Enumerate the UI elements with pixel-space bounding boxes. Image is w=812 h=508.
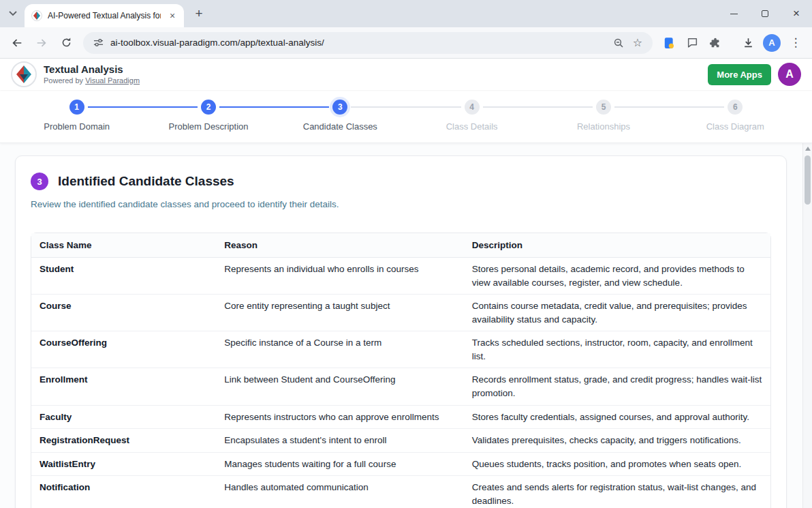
app-header: Textual Analysis Powered by Visual Parad… — [0, 59, 812, 90]
description-cell: Contains course metadata, credit value, … — [464, 295, 770, 331]
class-name-cell: Enrollment — [31, 368, 216, 405]
reason-cell: Encapsulates a student's intent to enrol… — [216, 429, 463, 453]
class-name-cell: Student — [31, 258, 216, 295]
card-title-row: 3 Identified Candidate Classes — [31, 173, 771, 190]
class-name-cell: Course — [31, 295, 216, 331]
powered-by-text: Powered by — [44, 76, 83, 85]
description-cell: Creates and sends alerts for registratio… — [464, 476, 770, 508]
browser-tab[interactable]: AI-Powered Textual Analysis for × — [25, 4, 184, 27]
class-name-cell: Faculty — [31, 406, 216, 430]
step-class-diagram[interactable]: 6 Class Diagram — [670, 100, 801, 132]
bookmark-star-icon[interactable]: ☆ — [631, 36, 644, 50]
reload-button[interactable] — [54, 31, 78, 55]
page-scrollbar[interactable] — [802, 143, 812, 508]
step-circle[interactable]: 6 — [728, 100, 743, 115]
step-problem-description[interactable]: 2 Problem Description — [142, 100, 274, 132]
window-minimize-button[interactable] — [718, 0, 749, 27]
step-label: Class Details — [446, 121, 498, 132]
table-row: Course Core entity representing a taught… — [31, 295, 770, 331]
downloads-icon[interactable] — [737, 32, 759, 54]
description-cell: Records enrollment status, grade, and cr… — [464, 368, 770, 405]
candidate-classes-card: 3 Identified Candidate Classes Review th… — [15, 155, 787, 508]
step-relationships[interactable]: 5 Relationships — [537, 100, 669, 132]
tab-search-chevron-icon[interactable] — [5, 6, 20, 21]
step-circle[interactable]: 1 — [69, 100, 84, 115]
visual-paradigm-link[interactable]: Visual Paradigm — [85, 76, 140, 85]
window-maximize-button[interactable] — [749, 0, 781, 27]
site-settings-tune-icon[interactable] — [91, 36, 105, 50]
browser-profile-avatar[interactable]: A — [763, 34, 781, 52]
description-cell: Queues students, tracks position, and pr… — [464, 453, 770, 477]
step-label: Candidate Classes — [303, 121, 377, 132]
step-number-badge: 3 — [31, 173, 48, 190]
reason-cell: Core entity representing a taught subjec… — [216, 295, 463, 331]
step-circle[interactable]: 4 — [465, 100, 480, 115]
step-label: Relationships — [577, 121, 630, 132]
reason-cell: Link between Student and CourseOffering — [216, 368, 463, 405]
back-button[interactable] — [5, 31, 29, 55]
table-row: CourseOffering Specific instance of a Co… — [31, 331, 770, 368]
reason-cell: Handles automated communication — [216, 476, 463, 508]
window-controls: × — [718, 0, 812, 27]
description-cell: Validates prerequisites, checks capacity… — [464, 429, 770, 453]
page-title: Identified Candidate Classes — [58, 174, 234, 189]
powered-by: Powered by Visual Paradigm — [44, 76, 140, 86]
page-subtitle: Review the identified candidate classes … — [31, 199, 771, 209]
step-circle[interactable]: 3 — [332, 100, 347, 115]
class-name-cell: WaitlistEntry — [31, 453, 216, 477]
app-user-avatar[interactable]: A — [778, 63, 801, 86]
step-label: Problem Description — [168, 121, 248, 132]
column-header-description: Description — [464, 233, 770, 258]
step-label: Problem Domain — [44, 121, 110, 132]
reason-cell: Represents an individual who enrolls in … — [216, 258, 463, 295]
wizard-stepper: 1 Problem Domain 2 Problem Description 3… — [0, 90, 812, 143]
extension-icon[interactable] — [658, 32, 680, 54]
forward-button[interactable] — [30, 31, 53, 55]
step-problem-domain[interactable]: 1 Problem Domain — [11, 100, 142, 132]
step-label: Class Diagram — [706, 121, 764, 132]
browser-menu-icon[interactable]: ⋮ — [785, 32, 807, 54]
candidate-classes-table: Class Name Reason Description Student Re… — [31, 233, 771, 508]
table-row: RegistrationRequest Encapsulates a stude… — [31, 429, 770, 453]
step-circle[interactable]: 2 — [201, 100, 216, 115]
class-name-cell: RegistrationRequest — [31, 429, 216, 453]
table-row: Student Represents an individual who enr… — [31, 258, 770, 295]
reason-cell: Specific instance of a Course in a term — [216, 331, 463, 368]
table-header-row: Class Name Reason Description — [31, 233, 770, 258]
page-content: 3 Identified Candidate Classes Review th… — [0, 143, 812, 508]
description-cell: Tracks scheduled sections, instructor, r… — [464, 331, 770, 368]
tab-title: AI-Powered Textual Analysis for — [48, 11, 161, 20]
step-candidate-classes[interactable]: 3 Candidate Classes — [275, 100, 406, 132]
column-header-reason: Reason — [216, 233, 463, 258]
description-cell: Stores faculty credentials, assigned cou… — [464, 406, 770, 430]
comment-icon[interactable] — [681, 32, 703, 54]
visual-paradigm-favicon — [31, 10, 42, 21]
address-bar[interactable]: ai-toolbox.visual-paradigm.com/app/textu… — [83, 32, 653, 54]
column-header-class-name: Class Name — [31, 233, 216, 258]
tab-close-icon[interactable]: × — [166, 10, 178, 22]
browser-toolbar: ai-toolbox.visual-paradigm.com/app/textu… — [0, 27, 812, 59]
table-row: Notification Handles automated communica… — [31, 476, 770, 508]
class-name-cell: Notification — [31, 476, 216, 508]
reason-cell: Manages students waiting for a full cour… — [216, 453, 463, 477]
app-title-block: Textual Analysis Powered by Visual Parad… — [44, 63, 140, 86]
step-circle[interactable]: 5 — [596, 100, 611, 115]
table-row: Faculty Represents instructors who can a… — [31, 406, 770, 430]
class-name-cell: CourseOffering — [31, 331, 216, 368]
description-cell: Stores personal details, academic record… — [464, 258, 770, 295]
table-row: Enrollment Link between Student and Cour… — [31, 368, 770, 405]
new-tab-button[interactable]: + — [189, 4, 208, 23]
window-close-button[interactable]: × — [781, 0, 812, 27]
url-text[interactable]: ai-toolbox.visual-paradigm.com/app/textu… — [110, 38, 606, 48]
browser-tab-strip: AI-Powered Textual Analysis for × + × — [0, 0, 812, 27]
scrollbar-up-arrow-icon[interactable] — [805, 147, 811, 151]
table-row: WaitlistEntry Manages students waiting f… — [31, 453, 770, 477]
scrollbar-thumb[interactable] — [805, 155, 811, 205]
more-apps-button[interactable]: More Apps — [708, 64, 771, 85]
step-class-details[interactable]: 4 Class Details — [406, 100, 537, 132]
extensions-puzzle-icon[interactable] — [704, 32, 726, 54]
zoom-icon[interactable] — [612, 36, 625, 50]
app-title: Textual Analysis — [44, 63, 140, 76]
reason-cell: Represents instructors who can approve e… — [216, 406, 463, 430]
visual-paradigm-logo — [11, 61, 37, 87]
